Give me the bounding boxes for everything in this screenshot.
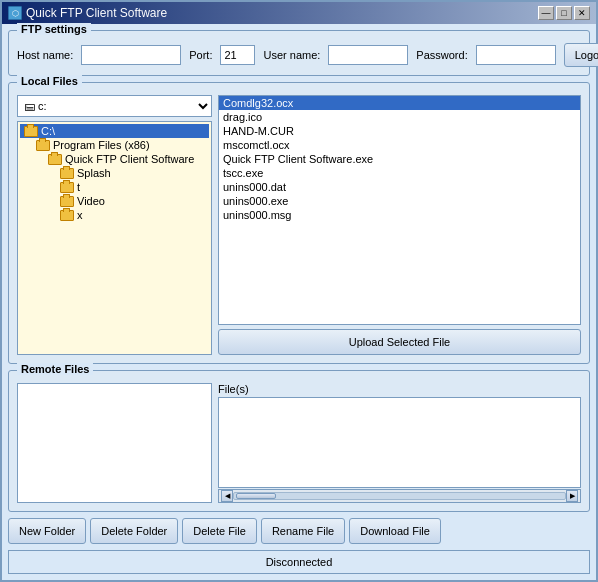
scroll-left-button[interactable]: ◀ bbox=[221, 490, 233, 502]
tree-item-label: Program Files (x86) bbox=[53, 139, 150, 151]
tree-item[interactable]: C:\ bbox=[20, 124, 209, 138]
file-item[interactable]: unins000.exe bbox=[219, 194, 580, 208]
folder-tree: C:\Program Files (x86)Quick FTP Client S… bbox=[17, 121, 212, 355]
password-label: Password: bbox=[416, 49, 467, 61]
file-item[interactable]: mscomctl.ocx bbox=[219, 138, 580, 152]
drive-select[interactable]: 🖴 c: bbox=[17, 95, 212, 117]
tree-item-label: t bbox=[77, 181, 80, 193]
port-label: Port: bbox=[189, 49, 212, 61]
download-file-button[interactable]: Download File bbox=[349, 518, 441, 544]
app-icon: ⬡ bbox=[8, 6, 22, 20]
file-item[interactable]: Comdlg32.ocx bbox=[219, 96, 580, 110]
logon-button[interactable]: Logon bbox=[564, 43, 598, 67]
file-item[interactable]: unins000.dat bbox=[219, 180, 580, 194]
username-input[interactable] bbox=[328, 45, 408, 65]
scrollbar-track bbox=[233, 492, 566, 500]
file-item[interactable]: Quick FTP Client Software.exe bbox=[219, 152, 580, 166]
tree-item[interactable]: Video bbox=[20, 194, 209, 208]
ftp-settings-row: Host name: Port: User name: Password: Lo… bbox=[17, 43, 581, 67]
left-panel: 🖴 c: C:\Program Files (x86)Quick FTP Cli… bbox=[17, 95, 212, 355]
files-label: File(s) bbox=[218, 383, 581, 395]
file-item[interactable]: tscc.exe bbox=[219, 166, 580, 180]
window-content: FTP settings Host name: Port: User name:… bbox=[2, 24, 596, 580]
title-bar: ⬡ Quick FTP Client Software — □ ✕ bbox=[2, 2, 596, 24]
tree-item[interactable]: Splash bbox=[20, 166, 209, 180]
maximize-button[interactable]: □ bbox=[556, 6, 572, 20]
new-folder-button[interactable]: New Folder bbox=[8, 518, 86, 544]
right-panel: Comdlg32.ocxdrag.icoHAND-M.CURmscomctl.o… bbox=[218, 95, 581, 355]
host-input[interactable] bbox=[81, 45, 181, 65]
tree-item[interactable]: Quick FTP Client Software bbox=[20, 152, 209, 166]
minimize-button[interactable]: — bbox=[538, 6, 554, 20]
close-button[interactable]: ✕ bbox=[574, 6, 590, 20]
ftp-settings-group: FTP settings Host name: Port: User name:… bbox=[8, 30, 590, 76]
scroll-right-button[interactable]: ▶ bbox=[566, 490, 578, 502]
tree-item[interactable]: x bbox=[20, 208, 209, 222]
scrollbar-thumb[interactable] bbox=[236, 493, 276, 499]
delete-file-button[interactable]: Delete File bbox=[182, 518, 257, 544]
tree-item-label: C:\ bbox=[41, 125, 55, 137]
host-label: Host name: bbox=[17, 49, 73, 61]
title-bar-left: ⬡ Quick FTP Client Software bbox=[8, 6, 167, 20]
folder-icon bbox=[24, 126, 38, 137]
tree-item-label: x bbox=[77, 209, 83, 221]
local-files-content: 🖴 c: C:\Program Files (x86)Quick FTP Cli… bbox=[17, 95, 581, 355]
file-item[interactable]: HAND-M.CUR bbox=[219, 124, 580, 138]
remote-files-group: Remote Files File(s) ◀ ▶ bbox=[8, 370, 590, 512]
remote-tree bbox=[17, 383, 212, 503]
upload-button[interactable]: Upload Selected File bbox=[218, 329, 581, 355]
folder-icon bbox=[36, 140, 50, 151]
remote-files-label: Remote Files bbox=[17, 363, 93, 375]
folder-icon bbox=[60, 210, 74, 221]
folder-icon bbox=[60, 168, 74, 179]
remote-file-list bbox=[218, 397, 581, 488]
file-item[interactable]: unins000.msg bbox=[219, 208, 580, 222]
ftp-settings-label: FTP settings bbox=[17, 23, 91, 35]
password-input[interactable] bbox=[476, 45, 556, 65]
remote-files-panel: File(s) ◀ ▶ bbox=[218, 383, 581, 503]
bottom-buttons: New Folder Delete Folder Delete File Ren… bbox=[8, 518, 590, 544]
folder-icon bbox=[60, 196, 74, 207]
tree-item-label: Quick FTP Client Software bbox=[65, 153, 194, 165]
window-title: Quick FTP Client Software bbox=[26, 6, 167, 20]
main-window: ⬡ Quick FTP Client Software — □ ✕ FTP se… bbox=[0, 0, 598, 582]
port-input[interactable] bbox=[220, 45, 255, 65]
file-list: Comdlg32.ocxdrag.icoHAND-M.CURmscomctl.o… bbox=[218, 95, 581, 325]
remote-content: File(s) ◀ ▶ bbox=[17, 383, 581, 503]
folder-icon bbox=[48, 154, 62, 165]
horizontal-scrollbar[interactable]: ◀ ▶ bbox=[218, 489, 581, 503]
delete-folder-button[interactable]: Delete Folder bbox=[90, 518, 178, 544]
tree-item-label: Video bbox=[77, 195, 105, 207]
local-files-group: Local Files 🖴 c: C:\Program Files (x86)Q… bbox=[8, 82, 590, 364]
tree-item-label: Splash bbox=[77, 167, 111, 179]
file-item[interactable]: drag.ico bbox=[219, 110, 580, 124]
title-bar-controls: — □ ✕ bbox=[538, 6, 590, 20]
rename-file-button[interactable]: Rename File bbox=[261, 518, 345, 544]
status-bar: Disconnected bbox=[8, 550, 590, 574]
username-label: User name: bbox=[263, 49, 320, 61]
folder-icon bbox=[60, 182, 74, 193]
tree-item[interactable]: t bbox=[20, 180, 209, 194]
local-files-label: Local Files bbox=[17, 75, 82, 87]
status-text: Disconnected bbox=[266, 556, 333, 568]
tree-item[interactable]: Program Files (x86) bbox=[20, 138, 209, 152]
